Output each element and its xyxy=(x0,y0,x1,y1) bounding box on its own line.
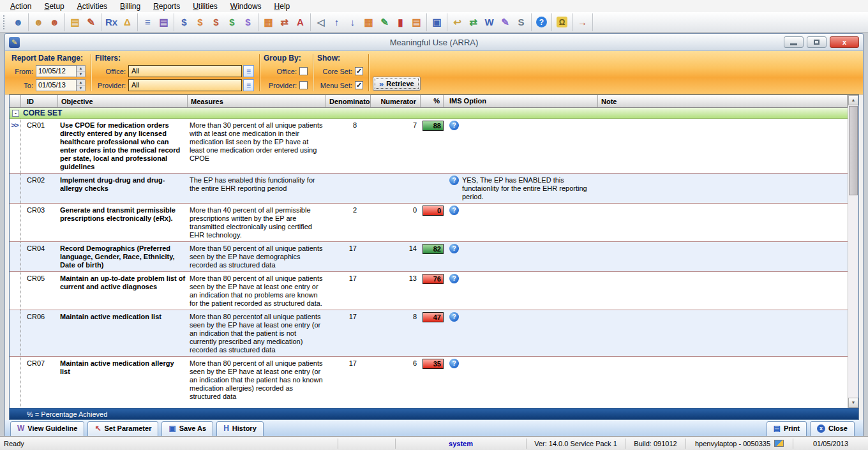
window-title-bar[interactable]: ✎ Meaningful Use (ARRA) x xyxy=(5,34,863,51)
grid-row-cr05[interactable]: CR05Maintain an up-to-date problem list … xyxy=(10,272,848,310)
column-header-note[interactable]: Note xyxy=(598,95,848,107)
view-guideline-button[interactable]: W View Guideline xyxy=(10,421,84,436)
menu-item-action[interactable]: Action xyxy=(4,2,38,11)
from-date-spinner[interactable]: ▲▼ xyxy=(77,65,86,77)
group-row-core-set[interactable]: - CORE SET xyxy=(10,108,848,119)
column-header-denominator[interactable]: Denominator xyxy=(326,95,371,107)
column-header-%[interactable]: % xyxy=(421,95,444,107)
column-header-measures[interactable]: Measures xyxy=(188,95,326,107)
scheduler-calendar-button[interactable]: ▦ xyxy=(260,14,276,30)
row-measures: More than 40 percent of all permissible … xyxy=(188,204,326,241)
provider-filter-input[interactable]: All xyxy=(128,79,242,91)
core-set-checkbox[interactable]: ✓ xyxy=(355,67,363,75)
word-export-button[interactable]: W xyxy=(481,14,497,30)
menu-item-windows[interactable]: Windows xyxy=(224,2,268,11)
ims-help-icon[interactable]: ? xyxy=(449,359,459,368)
scroll-up-icon[interactable]: ▲ xyxy=(848,95,858,105)
help-button[interactable]: ? xyxy=(534,14,550,30)
menu-item-utilities[interactable]: Utilities xyxy=(186,2,224,11)
restore-button[interactable] xyxy=(807,36,827,48)
provider-lookup-button[interactable]: ≡ xyxy=(243,79,254,91)
send-claims-button[interactable]: ↑ xyxy=(329,14,345,30)
grid-row-cr06[interactable]: CR06Maintain active medication listMore … xyxy=(10,310,848,357)
prescription-rx-button[interactable]: Rx xyxy=(103,14,119,30)
from-date-input[interactable]: 10/05/12 xyxy=(36,65,77,77)
to-date-spinner[interactable]: ▲▼ xyxy=(77,79,86,91)
patient-folder-button[interactable]: ▤ xyxy=(408,14,424,30)
set-parameter-button[interactable]: ↖ Set Parameter xyxy=(87,421,158,436)
invoice-dollar-button[interactable]: $ xyxy=(192,14,208,30)
ims-help-icon[interactable]: ? xyxy=(449,312,459,322)
appointment-calendar-button[interactable]: ▦ xyxy=(361,14,377,30)
row-ims-option: ? xyxy=(444,310,598,356)
office-lookup-button[interactable]: ≡ xyxy=(243,65,254,77)
ims-help-icon[interactable]: ? xyxy=(449,274,459,283)
patient-check-out-icon: ☻ xyxy=(50,17,60,27)
column-header-ims-option[interactable]: IMS Option xyxy=(444,95,598,107)
return-button[interactable]: ↩ xyxy=(449,14,465,30)
scrollbar-thumb[interactable] xyxy=(849,106,858,195)
group-office-checkbox[interactable] xyxy=(299,67,308,75)
charges-dollar-button[interactable]: $ xyxy=(176,14,192,30)
scroll-down-icon[interactable]: ▼ xyxy=(848,398,858,408)
doc-note-button[interactable]: ≡ xyxy=(140,14,156,30)
menu-item-reports[interactable]: Reports xyxy=(147,2,186,11)
progress-notes-button[interactable]: ▤ xyxy=(156,14,172,30)
lab-flask-button[interactable]: Δ xyxy=(119,14,135,30)
statement-button[interactable]: S xyxy=(513,14,529,30)
to-date-input[interactable]: 01/05/13 xyxy=(36,79,77,91)
grid-row-cr02[interactable]: CR02Implement drug-drug and drug-allergy… xyxy=(10,174,848,204)
history-button[interactable]: H History xyxy=(216,421,264,436)
refund-button[interactable]: $ xyxy=(240,14,256,30)
group-provider-checkbox[interactable] xyxy=(299,81,308,89)
designer-button[interactable]: ✎ xyxy=(497,14,513,30)
receive-claims-button[interactable]: ↓ xyxy=(345,14,361,30)
close-window-button[interactable]: x xyxy=(830,36,859,48)
toolbar-grip[interactable] xyxy=(3,15,6,29)
vertical-scrollbar[interactable]: ▲ ▼ xyxy=(848,95,858,408)
menu-set-checkbox[interactable]: ✓ xyxy=(355,81,363,89)
patient-button[interactable]: ☻ xyxy=(10,14,26,30)
ims-help-icon[interactable]: ? xyxy=(449,176,459,185)
save-as-button[interactable]: ▣ Save As xyxy=(161,421,213,436)
menu-item-billing[interactable]: Billing xyxy=(114,2,147,11)
patient-balance-button[interactable]: $ xyxy=(208,14,224,30)
ims-help-icon[interactable]: ? xyxy=(449,121,459,130)
task-edit-button[interactable]: ✎ xyxy=(377,14,393,30)
column-header-indicator[interactable] xyxy=(10,95,21,107)
print-button[interactable]: ▤ Print xyxy=(767,421,807,436)
column-header-numerator[interactable]: Numerator xyxy=(371,95,421,107)
grid-row-cr03[interactable]: CR03Generate and transmit permissible pr… xyxy=(10,204,848,242)
close-button[interactable]: x Close xyxy=(810,421,855,436)
menu-item-help[interactable]: Help xyxy=(268,2,297,11)
lock-button[interactable]: Ω xyxy=(554,14,570,30)
minimize-button[interactable] xyxy=(784,36,804,48)
patient-check-out-button[interactable]: ☻ xyxy=(47,14,63,30)
row-objective: Maintain active medication list xyxy=(58,310,188,356)
open-chart-folder-button[interactable]: ▤ xyxy=(67,14,83,30)
scanner-button[interactable]: ◁ xyxy=(313,14,329,30)
grid-row-cr04[interactable]: CR04Record Demographics (Preferred langu… xyxy=(10,242,848,272)
patient-flow-button[interactable]: ⇄ xyxy=(276,14,292,30)
column-header-objective[interactable]: Objective xyxy=(58,95,188,107)
transfer-button[interactable]: ⇄ xyxy=(465,14,481,30)
clipboard-copy-button[interactable]: ▣ xyxy=(429,14,445,30)
grid-row-cr01[interactable]: >>CR01Use CPOE for medication orders dir… xyxy=(10,119,848,174)
column-header-id[interactable]: ID xyxy=(21,95,58,107)
collections-button[interactable]: $ xyxy=(224,14,240,30)
panel-divider xyxy=(368,54,369,91)
collapse-icon[interactable]: - xyxy=(12,110,19,117)
exit-button[interactable]: → xyxy=(574,14,590,30)
row-note xyxy=(598,174,848,203)
menu-item-setup[interactable]: Setup xyxy=(38,2,70,11)
patient-check-in-button[interactable]: ☻ xyxy=(31,14,47,30)
spell-check-button[interactable]: A xyxy=(292,14,308,30)
office-filter-input[interactable]: All xyxy=(128,65,242,77)
ims-help-icon[interactable]: ? xyxy=(449,244,459,253)
ims-help-icon[interactable]: ? xyxy=(449,206,459,215)
reports-chart-button[interactable]: ▮ xyxy=(393,14,408,30)
menu-item-activities[interactable]: Activities xyxy=(71,2,114,11)
grid-row-cr07[interactable]: CR07Maintain active medication allergy l… xyxy=(10,357,848,408)
edit-patient-button[interactable]: ✎ xyxy=(83,14,99,30)
retrieve-button[interactable]: » Retrieve xyxy=(373,77,421,91)
